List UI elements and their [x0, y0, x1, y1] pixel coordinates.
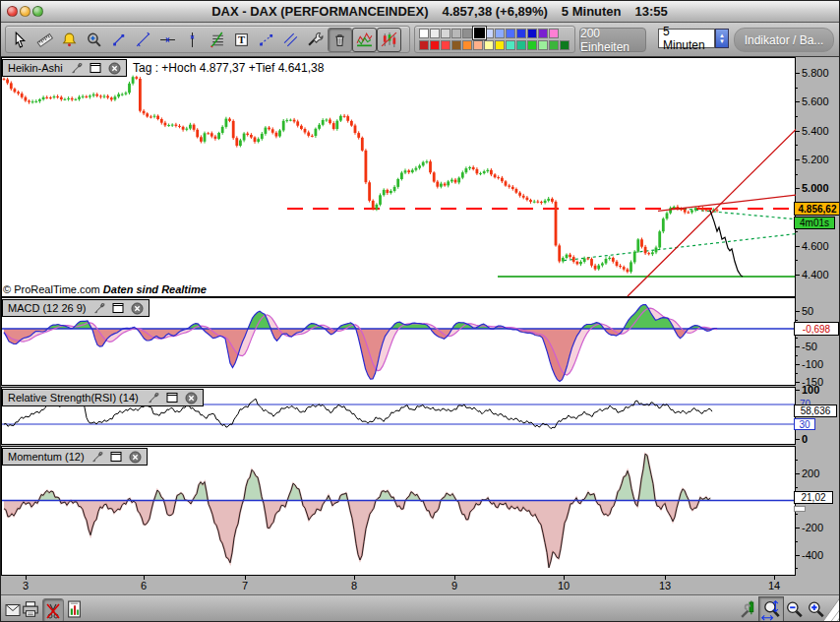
axis-tick-label: 50 — [802, 305, 813, 317]
zoom-plus-tool-button[interactable] — [82, 28, 106, 52]
time-axis-label: 9 — [451, 580, 457, 591]
zoom-out-icon[interactable] — [784, 598, 805, 620]
palette-swatch[interactable] — [506, 29, 515, 38]
window-icon[interactable] — [109, 451, 123, 464]
tools-settings-icon[interactable] — [303, 28, 328, 52]
timeframe-combo[interactable]: 5 Minuten ▲▼ — [658, 29, 715, 48]
polyline-tool-button[interactable] — [254, 28, 278, 52]
alarm-bell-icon[interactable] — [57, 28, 82, 52]
copyright-note: © ProRealTime.com Daten sind Realtime — [3, 283, 207, 295]
palette-swatch[interactable] — [441, 40, 450, 50]
title-symbol: DAX - DAX (PERFORMANCEINDEX) — [211, 4, 428, 19]
report-icon[interactable] — [65, 599, 83, 619]
palette-swatch[interactable] — [451, 29, 461, 38]
candlestick-chart-type-button[interactable] — [377, 28, 401, 52]
title-bar: DAX - DAX (PERFORMANCEINDEX)4.857,38 (+6… — [1, 1, 839, 23]
wrench-icon[interactable] — [90, 451, 104, 464]
mail-icon[interactable] — [4, 601, 21, 618]
wrench-icon[interactable] — [92, 302, 106, 315]
palette-swatch[interactable] — [516, 40, 526, 50]
parallel-lines-tool-button[interactable] — [278, 28, 303, 52]
rsi-panel[interactable]: Relative Strength(RSI) (14) — [1, 387, 796, 445]
palette-swatch[interactable] — [419, 40, 429, 50]
momentum-panel[interactable]: Momentum (12) — [1, 446, 796, 576]
palette-swatch[interactable] — [462, 29, 472, 38]
axis-tick-label: 5.800 — [802, 67, 829, 79]
window-icon[interactable] — [89, 62, 102, 75]
trendline-tool-button[interactable] — [131, 28, 155, 52]
title-time: 13:55 — [635, 4, 668, 19]
time-axis-label: 10 — [558, 580, 570, 591]
palette-swatch[interactable] — [473, 27, 486, 39]
pointer-tool-button[interactable] — [8, 28, 32, 52]
indicator-chip-heikin-ashi: Heikin-Ashi — [2, 59, 127, 77]
segment-tool-button[interactable] — [106, 28, 131, 52]
wrench-icon[interactable] — [147, 392, 160, 404]
palette-swatch[interactable] — [538, 40, 548, 50]
status-bar: ≡ — [1, 594, 839, 622]
indicator-chip-label: Momentum (12) — [8, 451, 86, 463]
momentum-zero-chip — [794, 506, 806, 512]
palette-swatch[interactable] — [430, 40, 440, 50]
horizontal-line-tool-button[interactable] — [155, 28, 180, 52]
palette-swatch[interactable] — [484, 40, 494, 50]
palette-swatch[interactable] — [495, 29, 505, 38]
fibonacci-tool-button[interactable] — [205, 28, 229, 52]
price-chart-canvas — [1, 57, 796, 297]
combo-stepper-icon[interactable]: ▲▼ — [715, 29, 729, 48]
application-window: DAX - DAX (PERFORMANCEINDEX)4.857,38 (+6… — [0, 0, 840, 622]
axis-tick-label: -100 — [802, 358, 823, 370]
indicator-chip-rsi: Relative Strength(RSI) (14) — [2, 389, 204, 406]
palette-swatch[interactable] — [495, 40, 505, 50]
window-title: DAX - DAX (PERFORMANCEINDEX)4.857,38 (+6… — [60, 1, 819, 23]
palette-swatch[interactable] — [549, 40, 559, 50]
palette-swatch[interactable] — [516, 29, 526, 38]
close-window-icon[interactable] — [7, 6, 18, 17]
close-icon[interactable] — [184, 392, 198, 404]
palette-swatch[interactable] — [560, 40, 570, 50]
minimize-window-icon[interactable] — [20, 6, 30, 17]
palette-swatch[interactable] — [441, 29, 450, 38]
macd-panel[interactable]: MACD (12 26 9) — [1, 297, 796, 386]
text-tool-button[interactable]: T — [229, 28, 254, 52]
price-chart-panel[interactable]: Heikin-Ashi Tag : +Hoch 4.877,37 +Tief 4… — [1, 57, 796, 297]
cut-disabled-icon[interactable] — [42, 598, 64, 622]
trash-icon[interactable] — [328, 28, 352, 52]
ruler-tool-button[interactable] — [32, 28, 57, 52]
palette-swatch[interactable] — [419, 29, 429, 38]
units-button[interactable]: 200 Einheiten — [579, 28, 646, 52]
color-palette-group — [414, 26, 575, 53]
zoom-window-icon[interactable] — [32, 6, 43, 17]
time-axis-label: 3 — [23, 580, 29, 591]
indicator-button[interactable]: Indikator / Ba... — [734, 28, 834, 52]
close-icon[interactable] — [128, 451, 142, 464]
palette-swatch[interactable] — [527, 29, 537, 38]
zoom-fit-icon[interactable] — [758, 596, 784, 622]
time-axis-label: 14 — [768, 580, 780, 591]
print-icon[interactable] — [21, 599, 40, 619]
window-icon[interactable] — [111, 302, 125, 315]
rsi-value-badge: 58,636 — [794, 404, 837, 417]
resize-grip-icon[interactable] — [821, 596, 840, 622]
axis-tick-label: 4.600 — [802, 240, 829, 252]
palette-swatch[interactable] — [462, 40, 472, 50]
close-icon[interactable] — [130, 302, 144, 315]
axis-tick-label: -400 — [802, 549, 823, 561]
palette-swatch[interactable] — [506, 40, 515, 50]
axis-tick-label: 5.200 — [802, 154, 829, 165]
zigzag-chart-type-button[interactable] — [352, 28, 377, 52]
title-price: 4.857,38 (+6,89%) — [443, 4, 548, 19]
palette-swatch[interactable] — [430, 29, 440, 38]
chart-settings-icon[interactable] — [739, 598, 757, 620]
svg-text:T: T — [238, 34, 245, 45]
palette-swatch[interactable] — [527, 40, 537, 50]
axis-tick-label: 0 — [802, 433, 808, 445]
palette-swatch[interactable] — [549, 29, 559, 38]
palette-swatch[interactable] — [473, 40, 483, 50]
window-icon[interactable] — [165, 392, 179, 404]
vertical-line-tool-button[interactable] — [180, 28, 205, 52]
close-icon[interactable] — [107, 62, 121, 75]
wrench-icon[interactable] — [70, 62, 84, 75]
palette-swatch[interactable] — [451, 40, 461, 50]
palette-swatch[interactable] — [538, 29, 548, 38]
